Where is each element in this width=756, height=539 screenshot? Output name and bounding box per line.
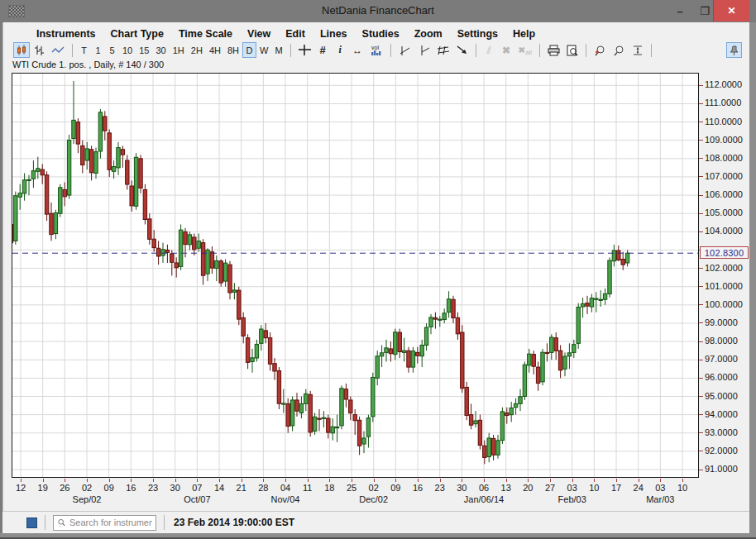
toolbar-separator xyxy=(390,44,391,57)
price-axis-tick xyxy=(699,304,703,305)
time-axis-tick xyxy=(550,479,551,482)
timescale-button-5[interactable]: 5 xyxy=(105,42,119,58)
time-axis-day-label: 16 xyxy=(408,483,428,493)
last-update-timestamp: 23 Feb 2014 19:00:00 EST xyxy=(174,517,294,528)
grid-toggle-button[interactable]: # xyxy=(315,42,331,58)
menu-item-zoom[interactable]: Zoom xyxy=(407,26,450,41)
menu-item-chart-type[interactable]: Chart Type xyxy=(103,26,171,41)
price-axis-label: 99.0000 xyxy=(705,317,738,327)
timescale-button-2h[interactable]: 2H xyxy=(188,42,206,58)
line-chart-button[interactable] xyxy=(49,42,67,58)
price-axis-label: 106.0000 xyxy=(705,189,743,199)
time-axis-day-label: 14 xyxy=(209,483,229,493)
menu-item-settings[interactable]: Settings xyxy=(450,26,505,41)
search-input[interactable] xyxy=(69,518,152,527)
minimize-button[interactable]: – xyxy=(668,0,691,21)
zoom-out-icon xyxy=(613,45,625,56)
time-axis-tick xyxy=(21,479,22,482)
search-icon xyxy=(57,518,66,528)
candlestick-chart[interactable] xyxy=(12,73,699,478)
timescale-button-1h[interactable]: 1H xyxy=(170,42,188,58)
info-button[interactable]: i xyxy=(333,42,348,58)
time-axis-tick xyxy=(109,479,110,482)
price-axis-tick xyxy=(699,322,703,323)
horizontal-scale-button[interactable]: ↔ xyxy=(350,42,366,58)
menu-item-edit[interactable]: Edit xyxy=(278,26,313,41)
menu-item-lines[interactable]: Lines xyxy=(313,26,355,41)
trend-line-button[interactable] xyxy=(396,42,414,58)
time-axis-month-label: Sep/02 xyxy=(58,494,116,504)
arrow-tool-button[interactable] xyxy=(454,42,471,58)
timescale-button-30[interactable]: 30 xyxy=(153,42,170,58)
statusbar-separator xyxy=(45,515,45,530)
crosshair-icon xyxy=(299,45,311,55)
parallel-lines-button[interactable]: ⫽ xyxy=(481,42,497,58)
time-axis-day-label: 28 xyxy=(253,483,273,493)
volume-icon: vol xyxy=(370,44,383,56)
timescale-button-1[interactable]: 1 xyxy=(91,42,105,58)
ohlc-bars-button[interactable] xyxy=(31,42,47,58)
price-axis[interactable]: 112.0000111.0000110.0000109.0000108.0000… xyxy=(699,73,749,481)
price-axis-label: 109.0000 xyxy=(705,135,743,145)
time-axis-day-label: 30 xyxy=(165,483,185,493)
time-axis-day-label: 02 xyxy=(364,483,384,493)
crosshair-button[interactable] xyxy=(296,42,313,58)
instrument-search-box[interactable] xyxy=(53,515,156,531)
timescale-button-10[interactable]: 10 xyxy=(119,42,136,58)
timescale-button-4h[interactable]: 4H xyxy=(206,42,224,58)
time-axis-day-label: 25 xyxy=(342,483,361,493)
time-axis-tick xyxy=(440,479,441,482)
time-axis-day-label: 06 xyxy=(474,483,494,493)
close-button[interactable]: ✕ xyxy=(713,0,749,21)
pin-toolbar-button[interactable] xyxy=(726,42,742,58)
timescale-button-m[interactable]: M xyxy=(271,42,285,58)
time-axis-month-label: Dec/02 xyxy=(345,494,403,504)
timescale-button-15[interactable]: 15 xyxy=(136,42,152,58)
trend-line-icon xyxy=(399,45,411,56)
delete-all-button[interactable]: ✖ all xyxy=(516,42,534,58)
delete-object-button[interactable]: ✖ xyxy=(499,42,514,58)
candlestick-chart-button[interactable] xyxy=(13,42,30,58)
time-axis-tick xyxy=(594,479,595,482)
zoom-in-icon xyxy=(594,45,606,56)
delete-all-label: all xyxy=(525,49,532,56)
timescale-button-w[interactable]: W xyxy=(256,42,271,58)
timescale-button-t[interactable]: T xyxy=(77,42,91,58)
menu-item-help[interactable]: Help xyxy=(505,26,543,41)
fit-vertical-button[interactable] xyxy=(629,42,646,58)
time-axis-tick xyxy=(308,479,309,482)
price-axis-tick xyxy=(699,432,703,433)
title-bar[interactable]: NetDania FinanceChart – ❐ ✕ xyxy=(0,0,756,22)
time-axis-day-label: 09 xyxy=(385,483,405,493)
price-axis-label: 93.0000 xyxy=(705,427,738,437)
print-preview-button[interactable] xyxy=(564,42,581,58)
timescale-button-8h[interactable]: 8H xyxy=(224,42,242,58)
price-axis-label: 96.0000 xyxy=(705,372,738,382)
toolbar-separator xyxy=(72,44,73,57)
price-axis-label: 107.0000 xyxy=(705,171,743,181)
menu-bar: InstrumentsChart TypeTime ScaleViewEditL… xyxy=(2,25,749,42)
price-axis-tick xyxy=(699,360,703,360)
trend-angle-button[interactable] xyxy=(415,42,433,58)
time-axis[interactable]: 1219260209162330071421280411182502091623… xyxy=(12,479,699,508)
time-axis-tick xyxy=(65,479,65,482)
price-axis-tick xyxy=(699,268,703,269)
toolbar-separator xyxy=(651,44,652,57)
time-axis-tick xyxy=(175,479,176,482)
zoom-out-button[interactable] xyxy=(610,42,628,58)
zoom-in-button[interactable] xyxy=(591,42,609,58)
channel-button[interactable] xyxy=(434,42,452,58)
volume-button[interactable]: vol xyxy=(367,42,385,58)
time-axis-day-label: 19 xyxy=(33,483,53,493)
print-button[interactable] xyxy=(545,42,562,58)
menu-item-studies[interactable]: Studies xyxy=(355,26,407,41)
menu-item-time-scale[interactable]: Time Scale xyxy=(171,26,240,41)
time-axis-day-label: 11 xyxy=(298,483,318,493)
menu-item-view[interactable]: View xyxy=(240,26,278,41)
price-axis-tick xyxy=(699,341,703,342)
menu-item-instruments[interactable]: Instruments xyxy=(29,26,103,41)
timescale-button-d[interactable]: D xyxy=(242,42,256,58)
toolbar-separator xyxy=(476,44,476,57)
window-title: NetDania FinanceChart xyxy=(0,4,756,17)
chart-canvas xyxy=(12,74,698,477)
